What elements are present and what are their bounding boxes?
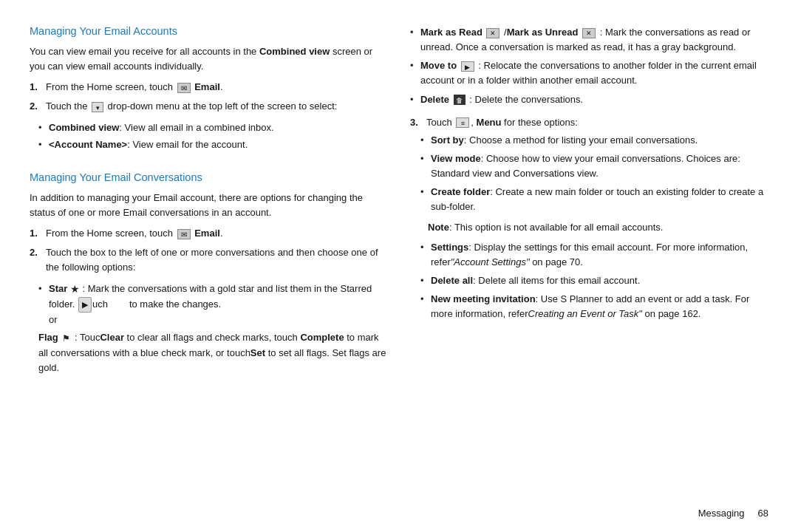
bullet-combined-view: Combined view: View all email in a combi… bbox=[38, 120, 388, 135]
bullet-create-folder: Create folder: Create a new main folder … bbox=[420, 185, 768, 214]
accounts-bullets: Combined view: View all email in a combi… bbox=[38, 120, 388, 152]
bullet-settings: Settings: Display the settings for this … bbox=[420, 240, 768, 270]
bullet-mark-read: Mark as Read ✕ /Mark as Unread ✕ : Mark … bbox=[410, 25, 768, 55]
step3-bullets: Sort by: Choose a method for listing you… bbox=[420, 133, 768, 219]
section-conversations-steps: 1. From the Home screen, touch ✉ Email. … bbox=[30, 226, 388, 275]
bullet-delete-all: Delete all: Delete all items for this em… bbox=[420, 273, 768, 288]
dropdown-icon: ▾ bbox=[92, 102, 103, 112]
email-icon: ✉ bbox=[177, 83, 191, 93]
section-accounts-title: Managing Your Email Accounts bbox=[30, 25, 388, 37]
accounts-step-1: 1. From the Home screen, touch ✉ Email. bbox=[30, 80, 388, 95]
mark-unread-icon: ✕ bbox=[582, 28, 596, 38]
page-footer: Messaging 68 bbox=[698, 508, 768, 519]
conversations-step-2: 2. Touch the box to the left of one or m… bbox=[30, 245, 388, 275]
bullet-star: Star ★ : Mark the conversations with a g… bbox=[38, 282, 388, 328]
step3-bullets-2: Settings: Display the settings for this … bbox=[420, 240, 768, 326]
section-conversations: Managing Your Email Conversations In add… bbox=[30, 168, 388, 381]
note-text: Note: This option is not available for a… bbox=[428, 220, 768, 235]
delete-icon: 🗑 bbox=[454, 95, 466, 105]
flag-icon: ⚑ bbox=[62, 332, 70, 346]
left-column: Managing Your Email Accounts You can vie… bbox=[30, 22, 388, 510]
mark-read-icon: ✕ bbox=[486, 28, 499, 38]
bullet-new-meeting: New meeting invitation: Use S Planner to… bbox=[420, 292, 768, 321]
email-icon-2: ✉ bbox=[177, 229, 191, 239]
bullet-move-to: Move to ▶ : Relocate the conversations t… bbox=[410, 58, 768, 88]
conversations-bullets: Star ★ : Mark the conversations with a g… bbox=[38, 282, 388, 328]
bullet-view-mode: View mode: Choose how to view your email… bbox=[420, 151, 768, 181]
section-accounts: Managing Your Email Accounts You can vie… bbox=[30, 22, 388, 155]
footer-page: 68 bbox=[758, 508, 768, 519]
conversations-step-1: 1. From the Home screen, touch ✉ Email. bbox=[30, 226, 388, 241]
bullet-delete: Delete 🗑 : Delete the conversations. bbox=[410, 92, 768, 107]
star-icon: ★ bbox=[70, 282, 80, 298]
section-conversations-title: Managing Your Email Conversations bbox=[30, 171, 388, 183]
step-3: 3. Touch ≡, Menu for these options: bbox=[410, 115, 768, 130]
bullet-account-name: <Account Name>: View email for the accou… bbox=[38, 137, 388, 152]
right-bullets: Mark as Read ✕ /Mark as Unread ✕ : Mark … bbox=[410, 25, 768, 111]
menu-icon: ≡ bbox=[456, 117, 469, 128]
touch-button: ▶ bbox=[78, 297, 92, 313]
right-column: Mark as Read ✕ /Mark as Unread ✕ : Mark … bbox=[410, 22, 768, 510]
flag-section: Flag ⚑ : ToucClear to clear all flags an… bbox=[38, 330, 388, 375]
section-conversations-intro: In addition to managing your Email accou… bbox=[30, 191, 388, 220]
move-to-icon: ▶ bbox=[461, 61, 474, 72]
accounts-step-2: 2. Touch the ▾ drop-down menu at the top… bbox=[30, 99, 388, 114]
footer-label: Messaging bbox=[698, 508, 745, 519]
section-accounts-steps: 1. From the Home screen, touch ✉ Email. … bbox=[30, 80, 388, 114]
bullet-sort-by: Sort by: Choose a method for listing you… bbox=[420, 133, 768, 148]
section-accounts-intro: You can view email you receive for all a… bbox=[30, 44, 388, 74]
